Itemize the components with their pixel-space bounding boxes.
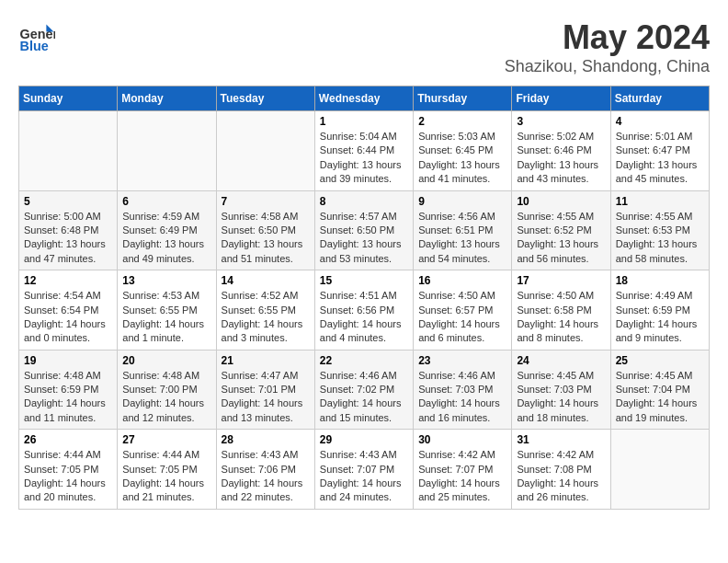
day-info: Sunrise: 4:42 AM Sunset: 7:07 PM Dayligh… <box>418 448 506 505</box>
calendar-cell: 25Sunrise: 4:45 AM Sunset: 7:04 PM Dayli… <box>610 350 709 430</box>
day-number: 13 <box>122 274 210 287</box>
logo: General Blue <box>18 18 59 55</box>
calendar-cell: 16Sunrise: 4:50 AM Sunset: 6:57 PM Dayli… <box>414 270 512 350</box>
day-number: 17 <box>517 274 605 287</box>
day-info: Sunrise: 4:54 AM Sunset: 6:54 PM Dayligh… <box>24 289 112 346</box>
calendar-cell: 31Sunrise: 4:42 AM Sunset: 7:08 PM Dayli… <box>512 430 610 510</box>
calendar-cell: 10Sunrise: 4:55 AM Sunset: 6:52 PM Dayli… <box>512 190 610 270</box>
day-info: Sunrise: 4:47 AM Sunset: 7:01 PM Dayligh… <box>222 369 310 426</box>
day-number: 12 <box>24 274 112 287</box>
day-info: Sunrise: 4:55 AM Sunset: 6:52 PM Dayligh… <box>517 210 605 267</box>
day-number: 3 <box>517 115 605 128</box>
main-title: May 2024 <box>505 18 710 57</box>
calendar-cell: 19Sunrise: 4:48 AM Sunset: 6:59 PM Dayli… <box>19 350 118 430</box>
day-number: 30 <box>418 433 506 446</box>
day-number: 16 <box>418 274 506 287</box>
title-block: May 2024 Shazikou, Shandong, China <box>505 18 710 76</box>
day-number: 1 <box>320 115 408 128</box>
calendar-week-row: 5Sunrise: 5:00 AM Sunset: 6:48 PM Daylig… <box>19 190 710 270</box>
day-number: 14 <box>222 274 310 287</box>
calendar-cell: 22Sunrise: 4:46 AM Sunset: 7:02 PM Dayli… <box>314 350 413 430</box>
day-number: 10 <box>517 195 605 208</box>
calendar-week-row: 26Sunrise: 4:44 AM Sunset: 7:05 PM Dayli… <box>19 430 710 510</box>
logo-icon: General Blue <box>18 18 55 55</box>
calendar-cell: 3Sunrise: 5:02 AM Sunset: 6:46 PM Daylig… <box>512 111 610 191</box>
day-of-week-header: Friday <box>512 86 610 111</box>
day-number: 24 <box>517 354 605 367</box>
day-info: Sunrise: 5:01 AM Sunset: 6:47 PM Dayligh… <box>616 130 704 187</box>
day-info: Sunrise: 4:43 AM Sunset: 7:07 PM Dayligh… <box>320 448 408 505</box>
calendar-cell <box>19 111 118 191</box>
day-of-week-header: Monday <box>118 86 216 111</box>
day-number: 21 <box>222 354 310 367</box>
calendar-cell: 28Sunrise: 4:43 AM Sunset: 7:06 PM Dayli… <box>216 430 314 510</box>
calendar-cell: 30Sunrise: 4:42 AM Sunset: 7:07 PM Dayli… <box>414 430 512 510</box>
calendar-cell: 12Sunrise: 4:54 AM Sunset: 6:54 PM Dayli… <box>19 270 118 350</box>
page-header: General Blue May 2024 Shazikou, Shandong… <box>18 18 710 76</box>
sub-title: Shazikou, Shandong, China <box>505 57 710 76</box>
day-info: Sunrise: 4:49 AM Sunset: 6:59 PM Dayligh… <box>616 289 704 346</box>
calendar-week-row: 1Sunrise: 5:04 AM Sunset: 6:44 PM Daylig… <box>19 111 710 191</box>
calendar-cell: 29Sunrise: 4:43 AM Sunset: 7:07 PM Dayli… <box>314 430 413 510</box>
calendar-cell: 23Sunrise: 4:46 AM Sunset: 7:03 PM Dayli… <box>414 350 512 430</box>
calendar-cell: 1Sunrise: 5:04 AM Sunset: 6:44 PM Daylig… <box>314 111 413 191</box>
calendar-cell <box>216 111 314 191</box>
calendar-cell: 20Sunrise: 4:48 AM Sunset: 7:00 PM Dayli… <box>118 350 216 430</box>
calendar-week-row: 12Sunrise: 4:54 AM Sunset: 6:54 PM Dayli… <box>19 270 710 350</box>
day-number: 9 <box>418 195 506 208</box>
day-info: Sunrise: 4:46 AM Sunset: 7:03 PM Dayligh… <box>418 369 506 426</box>
day-number: 2 <box>418 115 506 128</box>
calendar-cell: 27Sunrise: 4:44 AM Sunset: 7:05 PM Dayli… <box>118 430 216 510</box>
calendar-cell: 9Sunrise: 4:56 AM Sunset: 6:51 PM Daylig… <box>414 190 512 270</box>
calendar-cell: 15Sunrise: 4:51 AM Sunset: 6:56 PM Dayli… <box>314 270 413 350</box>
day-number: 22 <box>320 354 408 367</box>
calendar-cell: 18Sunrise: 4:49 AM Sunset: 6:59 PM Dayli… <box>610 270 709 350</box>
day-number: 19 <box>24 354 112 367</box>
calendar-header: SundayMondayTuesdayWednesdayThursdayFrid… <box>19 86 710 111</box>
day-number: 6 <box>122 195 210 208</box>
day-number: 8 <box>320 195 408 208</box>
calendar-body: 1Sunrise: 5:04 AM Sunset: 6:44 PM Daylig… <box>19 111 710 510</box>
day-number: 29 <box>320 433 408 446</box>
day-of-week-header: Wednesday <box>314 86 413 111</box>
day-info: Sunrise: 4:46 AM Sunset: 7:02 PM Dayligh… <box>320 369 408 426</box>
day-info: Sunrise: 4:52 AM Sunset: 6:55 PM Dayligh… <box>222 289 310 346</box>
day-info: Sunrise: 5:04 AM Sunset: 6:44 PM Dayligh… <box>320 130 408 187</box>
day-info: Sunrise: 4:58 AM Sunset: 6:50 PM Dayligh… <box>222 210 310 267</box>
day-number: 11 <box>616 195 704 208</box>
calendar-cell: 26Sunrise: 4:44 AM Sunset: 7:05 PM Dayli… <box>19 430 118 510</box>
day-number: 4 <box>616 115 704 128</box>
calendar-cell: 24Sunrise: 4:45 AM Sunset: 7:03 PM Dayli… <box>512 350 610 430</box>
day-info: Sunrise: 4:44 AM Sunset: 7:05 PM Dayligh… <box>24 448 112 505</box>
calendar-cell <box>118 111 216 191</box>
day-of-week-header: Thursday <box>414 86 512 111</box>
day-number: 18 <box>616 274 704 287</box>
calendar-cell: 13Sunrise: 4:53 AM Sunset: 6:55 PM Dayli… <box>118 270 216 350</box>
day-number: 20 <box>122 354 210 367</box>
day-of-week-header: Sunday <box>19 86 118 111</box>
svg-text:Blue: Blue <box>20 39 49 53</box>
day-info: Sunrise: 5:02 AM Sunset: 6:46 PM Dayligh… <box>517 130 605 187</box>
calendar-cell: 8Sunrise: 4:57 AM Sunset: 6:50 PM Daylig… <box>314 190 413 270</box>
day-info: Sunrise: 4:59 AM Sunset: 6:49 PM Dayligh… <box>122 210 210 267</box>
day-info: Sunrise: 4:44 AM Sunset: 7:05 PM Dayligh… <box>122 448 210 505</box>
day-info: Sunrise: 4:45 AM Sunset: 7:04 PM Dayligh… <box>616 369 704 426</box>
calendar-cell: 6Sunrise: 4:59 AM Sunset: 6:49 PM Daylig… <box>118 190 216 270</box>
day-info: Sunrise: 5:03 AM Sunset: 6:45 PM Dayligh… <box>418 130 506 187</box>
day-number: 7 <box>222 195 310 208</box>
calendar-cell: 17Sunrise: 4:50 AM Sunset: 6:58 PM Dayli… <box>512 270 610 350</box>
day-info: Sunrise: 4:50 AM Sunset: 6:58 PM Dayligh… <box>517 289 605 346</box>
day-of-week-header: Tuesday <box>216 86 314 111</box>
day-info: Sunrise: 4:43 AM Sunset: 7:06 PM Dayligh… <box>222 448 310 505</box>
day-info: Sunrise: 4:57 AM Sunset: 6:50 PM Dayligh… <box>320 210 408 267</box>
day-number: 5 <box>24 195 112 208</box>
calendar-week-row: 19Sunrise: 4:48 AM Sunset: 6:59 PM Dayli… <box>19 350 710 430</box>
calendar-cell: 11Sunrise: 4:55 AM Sunset: 6:53 PM Dayli… <box>610 190 709 270</box>
calendar-cell <box>610 430 709 510</box>
calendar-table: SundayMondayTuesdayWednesdayThursdayFrid… <box>18 86 710 510</box>
day-info: Sunrise: 4:55 AM Sunset: 6:53 PM Dayligh… <box>616 210 704 267</box>
calendar-cell: 14Sunrise: 4:52 AM Sunset: 6:55 PM Dayli… <box>216 270 314 350</box>
day-number: 27 <box>122 433 210 446</box>
day-info: Sunrise: 4:56 AM Sunset: 6:51 PM Dayligh… <box>418 210 506 267</box>
day-number: 25 <box>616 354 704 367</box>
